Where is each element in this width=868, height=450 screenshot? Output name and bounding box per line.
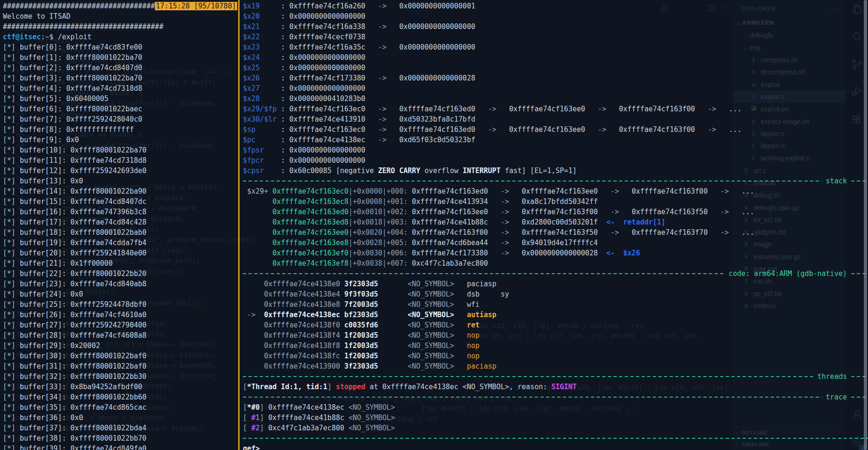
buffer-output-line: [*] buffer[15]: 0xffffae74cd8407dc — [3, 196, 241, 207]
buffer-output-line: [*] buffer[6]: 0xffff80001022baec — [3, 104, 241, 114]
code-row: 0xffffae74ce413900 3f2303d5 <NO_SYMBOL> … — [243, 361, 868, 371]
buffer-value: buffer[25]: 0xffff25924478dbf0 — [20, 300, 146, 309]
gef-prompt[interactable]: gef> — [243, 444, 260, 450]
deref-arrow: -> — [365, 136, 399, 144]
stack-value: 0xffffae74ce413934 — [412, 197, 488, 206]
list-bullet: [*] — [3, 43, 20, 51]
buffer-output-line: [*] buffer[4]: 0xffffae74cd7318d8 — [3, 83, 241, 94]
symbol-name: <NO_SYMBOL> — [349, 403, 395, 412]
register-row: $x27 : 0x0000000000000000 — [243, 83, 868, 94]
register-row: $x22 : 0xffffae74cecf0738 — [243, 32, 868, 42]
text: : — [277, 167, 289, 175]
list-bullet: [*] — [3, 352, 20, 360]
instruction-address: 0xffffae74ce4138fc — [264, 352, 340, 360]
buffer-value: buffer[3]: 0xffff80001022ba70 — [20, 74, 142, 82]
instruction-mnemonic: autiasp — [467, 311, 496, 319]
stack-register-prefix — [243, 239, 272, 247]
text: : — [41, 33, 45, 41]
buffer-value: buffer[17]: 0xffffae74cd84c428 — [20, 218, 146, 226]
register-name: $x21 — [243, 22, 277, 31]
symbol-name: <NO_SYMBOL> — [349, 414, 395, 422]
register-name: $x28 — [243, 94, 277, 103]
stack-marker: retaddr[1] — [623, 218, 665, 226]
list-bullet: [*] — [3, 321, 20, 329]
ellipsis: ... — [742, 208, 754, 216]
register-value: 0x0000000000000000 — [289, 156, 365, 165]
deref-value: 0xffffae74cf163ee0 — [522, 187, 598, 196]
stack-marker: $x26 — [623, 249, 640, 257]
buffer-output-line: [*] buffer[34]: 0xffff80001022bb60 — [3, 392, 241, 402]
vscode-window: $ debug.shC exploit.c ×545556int main() … — [0, 0, 868, 450]
text: [ — [243, 424, 251, 432]
buffer-output-line: [*] buffer[24]: 0x0 — [3, 289, 241, 299]
register-row: $pc : 0xffffae74ce4138ec -> 0xd65f03c0d5… — [243, 135, 868, 145]
prompt-path: ~ — [45, 33, 49, 41]
stack-register-prefix — [243, 197, 272, 206]
buffer-value: buffer[19]: 0xffffae74cdda7fb4 — [20, 239, 146, 247]
frame-address: 0xc4f7c1ab3a7ec800 — [268, 424, 349, 432]
code-row: 0xffffae74ce4138e8 7f2003d5 <NO_SYMBOL> … — [243, 299, 868, 310]
deref-value: 0xd2800c00d503201f — [522, 218, 598, 226]
deref-arrow: -> — [365, 125, 399, 134]
register-name: $x19 — [243, 2, 277, 10]
register-row: $sp : 0xffffae74cf163ec0 -> 0xffffae74cf… — [243, 124, 868, 135]
instruction-mnemonic: paciasp — [467, 280, 496, 288]
instruction-opcode: 1f2003d5 — [340, 341, 408, 350]
deref-arrow: -> — [488, 228, 522, 237]
terminal-pane-gef[interactable]: $x19 : 0xffffae74cf16a260 -> 0x000000000… — [240, 0, 868, 450]
deref-arrow: -> — [708, 228, 741, 237]
buffer-value: buffer[1]: 0xffff80001022ba70 — [20, 53, 142, 62]
register-value: 0x00000000410283b0 — [289, 94, 365, 103]
text: [ — [243, 383, 247, 391]
stack-register-prefix — [243, 208, 272, 216]
list-bullet: [*] — [3, 403, 20, 412]
text: : — [277, 84, 289, 93]
buffer-output-line: [*] buffer[8]: 0xffffffffffffff — [3, 124, 241, 135]
instruction-mnemonic: ret — [467, 321, 480, 329]
buffer-value: buffer[20]: 0xffff259241840e00 — [20, 249, 146, 257]
stack-row: 0xffffae74cf163ed0|+0x0010|+002: 0xffffa… — [243, 207, 868, 217]
trace-frame-row: [ #1] 0xffffae74ce41b88c <NO_SYMBOL> — [243, 413, 868, 423]
cpsr-flag: [negative — [332, 167, 378, 175]
list-bullet: [*] — [3, 115, 20, 123]
buffer-value: buffer[39]: 0xffffae74cd849fa0 — [20, 444, 146, 450]
buffer-value: buffer[0]: 0xffffae74cd83fe00 — [20, 43, 142, 51]
code-row-current: -> 0xffffae74ce4138ec bf2303d5 <NO_SYMBO… — [243, 310, 868, 320]
instruction-address: 0xffffae74ce4138f4 — [264, 331, 340, 340]
text: : — [277, 43, 289, 51]
symbol-name: <NO_SYMBOL> — [408, 352, 467, 360]
register-name: $cpsr — [243, 167, 277, 175]
code-row: 0xffffae74ce4138f8 1f2003d5 <NO_SYMBOL> … — [243, 341, 868, 351]
terminal-pane-exploit[interactable]: ####################################17:1… — [0, 0, 241, 450]
terminal-overlay: ####################################17:1… — [0, 0, 868, 450]
list-bullet: [*] — [3, 290, 20, 298]
list-bullet: [*] — [3, 259, 20, 268]
terminal-scrollbar[interactable] — [864, 0, 867, 450]
register-name: $x20 — [243, 12, 277, 21]
buffer-output-line: [*] buffer[7]: 0xffff2592428040c0 — [3, 114, 241, 124]
gef-section-separator-code: code: arm64:ARM (gdb-native) — [243, 269, 868, 279]
buffer-output-line: [*] buffer[9]: 0x0 — [3, 135, 241, 145]
list-bullet: [*] — [3, 249, 20, 257]
text: : — [277, 115, 289, 123]
list-bullet: [*] — [3, 228, 20, 237]
clock-badge: 17:15:28 [95/10780] — [155, 2, 237, 10]
deref-value: 0xd65f03c0d50323bf — [399, 136, 475, 144]
register-row: $x21 : 0xffffae74cf16a338 -> 0x000000000… — [243, 22, 868, 32]
register-value: 0xffffae74cf163ec0 — [289, 125, 365, 134]
buffer-output-line: [*] buffer[13]: 0x0 — [3, 176, 241, 186]
register-row: $x29/$fp : 0xffffae74cf163ec0 -> 0xffffa… — [243, 104, 868, 114]
register-name: $x25 — [243, 64, 277, 72]
trace-frame-row: [*#0] 0xffffae74ce4138ec <NO_SYMBOL> — [243, 402, 868, 413]
buffer-output-line: [*] buffer[1]: 0xffff80001022ba70 — [3, 52, 241, 63]
section-label: stack — [822, 177, 851, 185]
symbol-name: <NO_SYMBOL> — [408, 321, 467, 329]
list-bullet: [*] — [3, 167, 20, 175]
deref-arrow: -> — [598, 187, 632, 196]
buffer-value: buffer[22]: 0xffff80001022bb20 — [20, 269, 146, 278]
buffer-value: buffer[36]: 0x0 — [20, 414, 83, 422]
buffer-output-line: [*] buffer[0]: 0xffffae74cd83fe00 — [3, 42, 241, 52]
gef-section-separator-stack: stack — [243, 176, 868, 186]
stack-offset: |+0x0020|+004: — [349, 228, 412, 237]
symbol-name: <NO_SYMBOL> — [408, 280, 467, 288]
